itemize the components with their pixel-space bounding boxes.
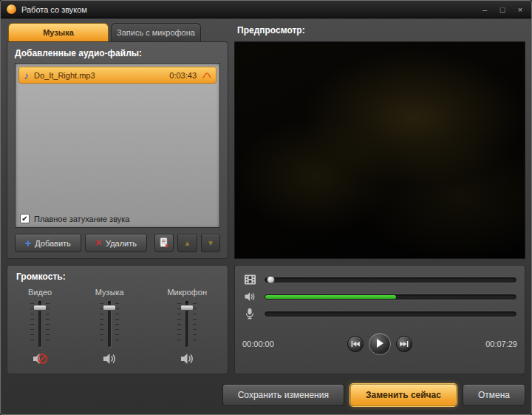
volume-panel: Громкость: Видео [7, 265, 228, 374]
film-icon [242, 274, 257, 286]
volume-channel-microphone: Микрофон [167, 288, 207, 369]
plus-icon: + [25, 238, 31, 249]
tab-mic-recording[interactable]: Запись с микрофона [111, 23, 201, 41]
audio-file-list[interactable]: ♪ Do_It_Right.mp3 0:03:43 ✔ Плавное за [15, 63, 220, 228]
check-icon: ✔ [21, 215, 27, 223]
speaker-icon [179, 351, 195, 369]
save-changes-button[interactable]: Сохранить изменения [222, 384, 344, 406]
delete-x-icon: ✕ [95, 239, 102, 247]
video-slider-handle[interactable] [33, 305, 47, 311]
move-down-button[interactable]: ▼ [201, 234, 220, 252]
close-button[interactable]: × [515, 4, 525, 16]
fade-checkbox[interactable]: ✔ [20, 214, 30, 223]
audio-files-heading: Добавленные аудио-файлы: [15, 48, 220, 58]
video-level-row [242, 272, 517, 287]
microphone-mute-button[interactable] [179, 351, 195, 369]
volume-heading: Громкость: [16, 271, 219, 282]
channel-label-music: Музыка [95, 288, 124, 297]
window-title: Работа со звуком [21, 5, 87, 14]
fade-wave-icon [202, 71, 211, 80]
maximize-button[interactable]: □ [497, 4, 508, 16]
add-audio-button[interactable]: + Добавить [15, 234, 81, 252]
transport-row: 00:00:00 [242, 333, 517, 355]
speaker-icon [101, 351, 117, 369]
audio-file-button[interactable] [154, 234, 174, 252]
play-icon [375, 338, 384, 351]
audio-file-name: Do_It_Right.mp3 [34, 71, 169, 80]
cancel-button[interactable]: Отмена [463, 384, 525, 406]
video-mute-button[interactable] [32, 351, 48, 369]
delete-button-label: Удалить [106, 239, 137, 248]
video-volume-slider[interactable] [30, 301, 50, 347]
arrow-down-icon: ▼ [207, 240, 214, 247]
channel-label-video: Видео [28, 288, 52, 297]
add-button-label: Добавить [35, 239, 71, 248]
music-tab-panel: Добавленные аудио-файлы: ♪ Do_It_Right.m… [7, 41, 228, 259]
music-level-bar[interactable] [264, 294, 517, 300]
music-slider-handle[interactable] [103, 305, 116, 311]
titlebar: Работа со звуком – □ × [1, 1, 531, 18]
skip-back-icon [351, 339, 360, 350]
music-note-icon: ♪ [24, 70, 29, 81]
minimize-button[interactable]: – [480, 4, 490, 16]
dialog-content: Музыка Запись с микрофона Добавленные ау… [1, 18, 531, 406]
transport-buttons [288, 333, 471, 355]
app-logo-icon [7, 4, 16, 14]
delete-audio-button[interactable]: ✕ Удалить [85, 234, 147, 252]
channel-label-microphone: Микрофон [167, 288, 207, 297]
total-time: 00:07:29 [471, 340, 517, 348]
music-level-fill [265, 295, 396, 299]
volume-channel-video: Видео [28, 288, 52, 369]
fade-checkbox-label: Плавное затухание звука [34, 215, 129, 223]
preview-heading: Предпросмотр: [234, 23, 525, 41]
move-up-button[interactable]: ▲ [177, 234, 197, 252]
microphone-level-bar[interactable] [264, 311, 517, 317]
speaker-icon [242, 291, 257, 303]
video-level-handle[interactable] [267, 276, 275, 284]
video-level-slider[interactable] [264, 277, 517, 283]
previous-button[interactable] [347, 336, 364, 352]
music-level-row [242, 289, 517, 304]
list-button-row: + Добавить ✕ Удалить [15, 234, 220, 252]
sound-dialog-window: Работа со звуком – □ × Музыка Запись с м… [0, 0, 532, 415]
arrow-up-icon: ▲ [184, 240, 191, 247]
tab-music[interactable]: Музыка [8, 23, 109, 41]
playback-panel: 00:00:00 [234, 265, 525, 374]
speaker-muted-icon [32, 351, 48, 369]
volume-channels: Видео [16, 286, 219, 369]
replace-now-button[interactable]: Заменить сейчас [350, 384, 457, 406]
microphone-icon [242, 308, 257, 320]
fade-checkbox-row[interactable]: ✔ Плавное затухание звука [18, 214, 216, 223]
skip-forward-icon [400, 339, 409, 350]
volume-channel-music: Музыка [95, 288, 124, 369]
microphone-volume-slider[interactable] [177, 301, 197, 347]
audio-list-item-selected[interactable]: ♪ Do_It_Right.mp3 0:03:43 [18, 67, 216, 84]
music-volume-slider[interactable] [99, 301, 120, 347]
play-button[interactable] [369, 333, 391, 355]
tab-bar: Музыка Запись с микрофона [7, 23, 228, 41]
document-icon [158, 237, 170, 250]
window-controls: – □ × [480, 4, 525, 16]
microphone-level-row [242, 306, 517, 321]
audio-duration: 0:03:43 [169, 71, 197, 80]
microphone-slider-handle[interactable] [180, 305, 194, 311]
current-time: 00:00:00 [242, 340, 288, 348]
footer-button-row: Сохранить изменения Заменить сейчас Отме… [7, 384, 525, 406]
music-mute-button[interactable] [101, 351, 117, 369]
video-preview [234, 41, 525, 259]
next-button[interactable] [396, 336, 412, 352]
